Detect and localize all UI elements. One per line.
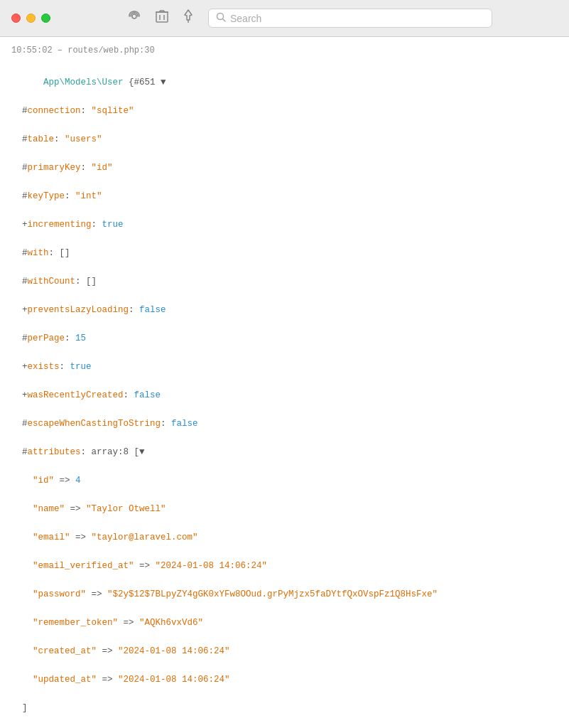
svg-rect-1 (156, 12, 168, 22)
close-button[interactable] (11, 14, 21, 23)
minimize-button[interactable] (26, 14, 36, 23)
search-icon (216, 12, 226, 24)
class-name: App\Models\User (43, 77, 124, 87)
titlebar (0, 0, 569, 37)
dump-block-1: 10:55:02 – routes/web.php:30 App\Models\… (0, 37, 569, 728)
traffic-lights (11, 14, 50, 23)
titlebar-center (62, 9, 558, 28)
svg-point-0 (132, 14, 136, 18)
attributes-toggle[interactable]: ▼ (139, 447, 145, 457)
dump-meta-1: 10:55:02 – routes/web.php:30 (11, 46, 558, 55)
broadcast-icon[interactable] (127, 9, 141, 27)
content-area: 10:55:02 – routes/web.php:30 App\Models\… (0, 37, 569, 728)
search-bar[interactable] (208, 9, 492, 28)
collapse-toggle[interactable]: ▼ (161, 77, 166, 87)
svg-line-10 (223, 19, 226, 22)
pin-icon[interactable] (183, 9, 194, 27)
dump-content-1: App\Models\User {#651 ▼ #connection: "sq… (11, 61, 558, 728)
trash-icon[interactable] (156, 9, 168, 27)
maximize-button[interactable] (41, 14, 50, 23)
search-input[interactable] (230, 13, 484, 24)
